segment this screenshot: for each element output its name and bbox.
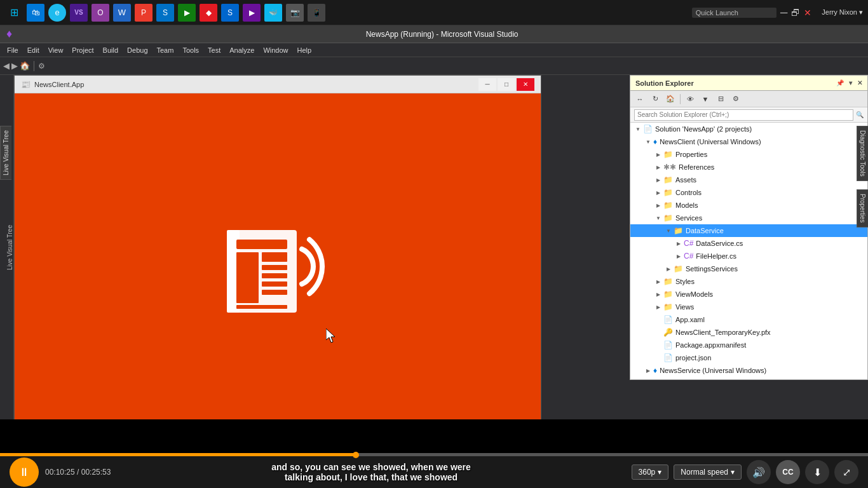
camera-icon[interactable]: 📷 (286, 4, 304, 22)
subtitle-display: and so, you can see we showed, when we w… (117, 462, 625, 482)
word-icon[interactable]: W (113, 4, 131, 22)
dataservice-cs-label: DataService.cs (696, 240, 743, 247)
docker-icon[interactable]: 🐳 (264, 4, 282, 22)
total-time: 00:25:53 (81, 468, 111, 477)
menu-help[interactable]: Help (294, 43, 316, 57)
tree-item-references[interactable]: ✱✱ References (630, 161, 867, 173)
tree-item-manifest[interactable]: 📄 Package.appxmanifest (630, 339, 867, 351)
se-expand[interactable]: ▾ (849, 79, 852, 86)
filehelper-cs-label: FileHelper.cs (696, 252, 736, 260)
volume-button[interactable]: 🔊 (747, 460, 771, 484)
visual-studio-icon[interactable]: VS (70, 4, 88, 22)
taskbar-close[interactable]: ✕ (804, 8, 811, 18)
app-window: 📰 NewsClient.App ─ □ ✕ (14, 75, 541, 419)
toolbar-separator (34, 61, 34, 71)
play-pause-button[interactable]: ⏸ (10, 458, 39, 487)
se-sync-btn[interactable]: ↔ (633, 93, 647, 105)
se-collapse-btn[interactable]: ⊟ (714, 93, 728, 105)
se-props-btn[interactable]: ⚙ (729, 93, 743, 105)
tree-item-newsservice[interactable]: ♦ NewsService (Universal Windows) (630, 364, 867, 377)
quality-button[interactable]: 360p ▾ (632, 464, 669, 480)
progress-bar[interactable] (0, 453, 868, 456)
vs-menubar: File Edit View Project Build Debug Team … (0, 43, 868, 57)
toolbar-btn-4[interactable]: ⚙ (38, 62, 45, 71)
menu-team[interactable]: Team (153, 43, 178, 57)
se-filter-btn[interactable]: ▼ (698, 93, 712, 105)
taskbar-minimize[interactable]: ─ (780, 7, 787, 18)
menu-debug[interactable]: Debug (123, 43, 151, 57)
properties-folder-icon: 📁 (663, 150, 673, 159)
menu-edit[interactable]: Edit (24, 43, 43, 57)
menu-file[interactable]: File (3, 43, 22, 57)
app-icon-1[interactable]: ▶ (178, 4, 196, 22)
properties-tab[interactable]: Properties (857, 189, 868, 227)
styles-label: Styles (675, 278, 695, 285)
tree-item-models[interactable]: 📁 Models (630, 199, 867, 212)
menu-window[interactable]: Window (259, 43, 292, 57)
live-visual-tree-tab[interactable]: Live Visual Tree (0, 126, 11, 180)
se-pin[interactable]: 📌 (836, 79, 844, 86)
skype2-icon[interactable]: S (221, 4, 239, 22)
subtitle-line-2: talking about, I love that, that we show… (117, 472, 625, 482)
ie-icon[interactable]: e (48, 4, 66, 22)
powerpoint-icon[interactable]: P (135, 4, 153, 22)
fullscreen-button[interactable]: ⤢ (834, 460, 858, 484)
toolbar-btn-3[interactable]: 🏠 (20, 61, 30, 71)
tree-item-properties[interactable]: 📁 Properties (630, 148, 867, 161)
menu-view[interactable]: View (44, 43, 67, 57)
tree-item-dataservice[interactable]: 📁 DataService (630, 224, 867, 237)
store-icon[interactable]: 🛍 (27, 4, 44, 22)
tree-item-dataservice-cs[interactable]: C# DataService.cs (630, 237, 867, 250)
toolbar-btn-2[interactable]: ▶ (11, 61, 18, 71)
tree-item-appxaml[interactable]: 📄 App.xaml (630, 313, 867, 326)
windows-taskbar[interactable]: ⊞ 🛍 e VS O W P S ▶ ◆ S ▶ 🐳 📷 📱 Quick Lau… (0, 0, 868, 25)
app-icon-2[interactable]: ◆ (200, 4, 217, 22)
taskbar-restore[interactable]: 🗗 (791, 8, 800, 18)
se-search-input[interactable] (634, 109, 853, 121)
tree-item-services[interactable]: 📁 Services (630, 212, 867, 224)
tree-item-views[interactable]: 📁 Views (630, 301, 867, 313)
se-search-bar: 🔍 (630, 107, 867, 123)
skype-icon[interactable]: S (156, 4, 174, 22)
toolbar-btn-1[interactable]: ◀ (3, 61, 10, 71)
app-close-button[interactable]: ✕ (517, 78, 534, 91)
tree-item-projectjson[interactable]: 📄 project.json (630, 351, 867, 364)
tree-item-solution[interactable]: 📄 Solution 'NewsApp' (2 projects) (630, 123, 867, 135)
tree-item-pfx[interactable]: 🔑 NewsClient_TemporaryKey.pfx (630, 326, 867, 339)
tree-item-styles[interactable]: 📁 Styles (630, 275, 867, 288)
diagnostic-tools-tab[interactable]: Diagnostic Tools (857, 126, 868, 181)
tree-arrow-newsservice (643, 368, 653, 374)
taskbar-search[interactable]: Quick Launch (692, 8, 776, 18)
live-visual-tree-tab[interactable]: Live Visual Tree (6, 225, 13, 270)
windows-start-button[interactable]: ⊞ (5, 4, 23, 22)
menu-build[interactable]: Build (99, 43, 122, 57)
se-search-icon[interactable]: 🔍 (856, 111, 864, 118)
tree-item-newsclient[interactable]: ♦ NewsClient (Universal Windows) (630, 135, 867, 148)
app-minimize-button[interactable]: ─ (478, 78, 496, 91)
tree-arrow-filehelper-cs (674, 254, 684, 259)
tree-item-settingsservices[interactable]: 📁 SettingsServices (630, 262, 867, 275)
download-button[interactable]: ⬇ (805, 460, 829, 484)
tree-item-controls[interactable]: 📁 Controls (630, 186, 867, 199)
se-refresh-btn[interactable]: ↻ (648, 93, 662, 105)
speed-chevron-icon: ▾ (731, 468, 735, 477)
menu-test[interactable]: Test (204, 43, 224, 57)
tree-item-viewmodels[interactable]: 📁 ViewModels (630, 288, 867, 301)
speed-button[interactable]: Normal speed ▾ (674, 464, 742, 480)
media-icon[interactable]: ▶ (243, 4, 261, 22)
app-maximize-button[interactable]: □ (498, 78, 515, 91)
outlook-icon[interactable]: O (92, 4, 109, 22)
se-show-all-btn[interactable]: 👁 (683, 93, 697, 105)
current-time: 00:10:25 (45, 468, 75, 477)
cc-button[interactable]: CC (776, 460, 800, 484)
se-home-btn[interactable]: 🏠 (663, 93, 677, 105)
tree-item-assets[interactable]: 📁 Assets (630, 173, 867, 186)
tree-arrow-controls (653, 190, 663, 196)
tree-item-filehelper-cs[interactable]: C# FileHelper.cs (630, 250, 867, 262)
controls-folder-icon: 📁 (663, 188, 673, 197)
menu-tools[interactable]: Tools (179, 43, 203, 57)
menu-project[interactable]: Project (68, 43, 97, 57)
menu-analyze[interactable]: Analyze (226, 43, 258, 57)
phone-icon[interactable]: 📱 (308, 4, 325, 22)
se-close[interactable]: ✕ (857, 79, 862, 86)
